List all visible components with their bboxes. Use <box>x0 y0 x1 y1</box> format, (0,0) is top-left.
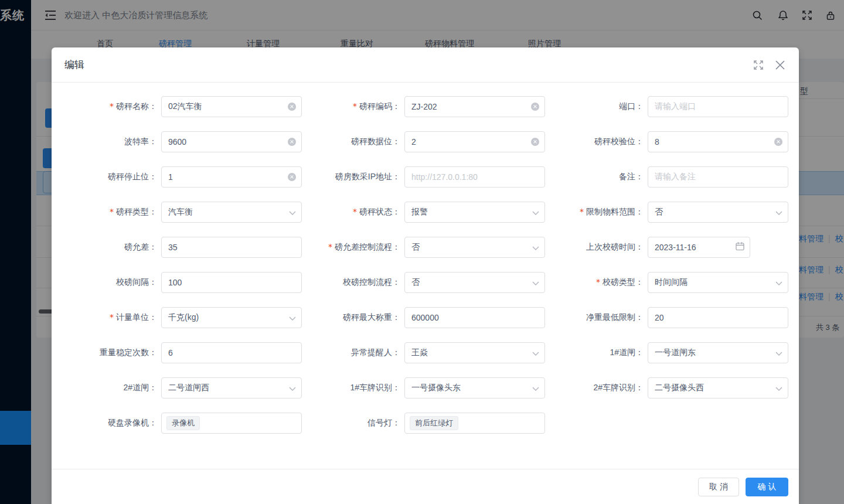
tag[interactable]: 录像机 <box>166 416 200 430</box>
form-cell: 磅秤校验位：8 <box>545 124 788 159</box>
remark-label: 备注： <box>545 172 648 182</box>
last-check-date-date-picker[interactable]: 2023-11-16 <box>648 237 750 258</box>
required-asterisk: * <box>353 101 357 111</box>
chevron-down-icon <box>775 277 782 288</box>
chevron-down-icon <box>289 383 296 393</box>
form-cell: 波特率：9600 <box>59 124 302 159</box>
close-icon[interactable] <box>774 59 786 71</box>
clear-icon[interactable] <box>774 138 782 146</box>
field-value: 否 <box>655 207 663 217</box>
modal-fullscreen-icon[interactable] <box>753 60 764 70</box>
tolerance-label: 磅允差： <box>59 242 161 253</box>
form-cell: 备注：请输入备注 <box>545 159 788 195</box>
form-cell: 上次校磅时间：2023-11-16 <box>545 230 788 265</box>
chevron-down-icon <box>532 207 539 217</box>
form-cell: 异常提醒人：王焱 <box>302 335 545 370</box>
chevron-down-icon <box>775 207 782 217</box>
field-value: 02汽车衡 <box>168 101 202 112</box>
scale-type-select[interactable]: 汽车衡 <box>161 202 302 223</box>
tolerance-flow-label: *磅允差控制流程： <box>302 242 404 253</box>
field-value: 20 <box>655 313 664 322</box>
signal-light-label: 信号灯： <box>302 418 404 428</box>
gate-2-select[interactable]: 二号道闸西 <box>161 377 302 399</box>
chevron-down-icon <box>775 383 782 393</box>
field-value: 时间间隔 <box>655 277 688 288</box>
form-cell: 校磅间隔：100 <box>59 265 302 300</box>
alert-person-select[interactable]: 王焱 <box>404 342 545 363</box>
clear-icon[interactable] <box>288 173 296 181</box>
clear-icon[interactable] <box>288 103 296 111</box>
data-bits-input[interactable]: 2 <box>404 131 545 152</box>
scale-status-label: *磅秤状态： <box>302 207 404 217</box>
chevron-down-icon <box>532 383 539 393</box>
tolerance-flow-select[interactable]: 否 <box>404 237 545 258</box>
form-cell: 磅秤数据位：2 <box>302 124 545 159</box>
modal-body: *磅秤名称：02汽车衡*磅秤编码：ZJ-202端口：请输入端口波特率：9600磅… <box>52 83 799 469</box>
field-value: 千克(kg) <box>168 312 199 323</box>
unit-select[interactable]: 千克(kg) <box>161 307 302 328</box>
stop-bits-input[interactable]: 1 <box>161 166 302 188</box>
check-type-select[interactable]: 时间间隔 <box>648 272 788 293</box>
confirm-button[interactable]: 确 认 <box>746 478 788 496</box>
calendar-icon <box>736 242 744 253</box>
chevron-down-icon <box>532 242 539 253</box>
modal-title: 编辑 <box>64 58 84 71</box>
material-limit-label: *限制物料范围： <box>545 207 648 217</box>
port-input[interactable]: 请输入端口 <box>648 96 788 117</box>
scale-name-input[interactable]: 02汽车衡 <box>161 96 302 117</box>
form-cell: 磅允差：35 <box>59 230 302 265</box>
field-value: 一号摄像头东 <box>411 383 461 393</box>
baud-rate-input[interactable]: 9600 <box>161 131 302 152</box>
field-value: 2 <box>411 137 416 147</box>
clear-icon[interactable] <box>531 138 539 146</box>
field-value: 二号道闸西 <box>168 383 209 393</box>
clear-icon[interactable] <box>531 103 539 111</box>
min-net-weight-input[interactable]: 20 <box>648 307 788 328</box>
dvr-tags-input[interactable]: 录像机 <box>161 413 302 434</box>
last-check-date-label: 上次校磅时间： <box>545 242 648 253</box>
check-bits-input[interactable]: 8 <box>648 131 788 152</box>
cancel-button[interactable]: 取 消 <box>698 478 739 496</box>
max-weight-label: 磅秤最大称重： <box>302 312 404 323</box>
data-bits-label: 磅秤数据位： <box>302 137 404 147</box>
tolerance-input[interactable]: 35 <box>161 237 302 258</box>
check-interval-label: 校磅间隔： <box>59 277 161 288</box>
tag[interactable]: 前后红绿灯 <box>410 416 458 430</box>
field-value: 8 <box>655 137 659 147</box>
field-placeholder: http://127.0.0.1:80 <box>411 172 478 182</box>
clear-icon[interactable] <box>288 138 296 146</box>
gate-1-select[interactable]: 一号道闸东 <box>648 342 788 363</box>
check-flow-select[interactable]: 否 <box>404 272 545 293</box>
form-cell: 净重最低限制：20 <box>545 300 788 335</box>
plate-camera-2-select[interactable]: 二号摄像头西 <box>648 377 788 399</box>
port-label: 端口： <box>545 101 648 112</box>
check-flow-label: 校磅控制流程： <box>302 277 404 288</box>
scale-name-label: *磅秤名称： <box>59 101 161 112</box>
max-weight-input[interactable]: 600000 <box>404 307 545 328</box>
chevron-down-icon <box>775 348 782 358</box>
check-type-label: *校磅类型： <box>545 277 648 288</box>
gate-1-label: 1#道闸： <box>545 348 648 358</box>
form-cell: 端口：请输入端口 <box>545 89 788 124</box>
alert-person-label: 异常提醒人： <box>302 348 404 358</box>
form-cell: 信号灯：前后红绿灯 <box>302 406 545 441</box>
form-cell: *校磅类型：时间间隔 <box>545 265 788 300</box>
stable-times-input[interactable]: 6 <box>161 342 302 363</box>
material-limit-select[interactable]: 否 <box>648 202 788 223</box>
ip-address-input[interactable]: http://127.0.0.1:80 <box>404 166 545 188</box>
scale-status-select[interactable]: 报警 <box>404 202 545 223</box>
form-cell: *限制物料范围：否 <box>545 195 788 230</box>
scale-code-input[interactable]: ZJ-202 <box>404 96 545 117</box>
plate-camera-1-select[interactable]: 一号摄像头东 <box>404 377 545 399</box>
field-value: 100 <box>168 278 182 287</box>
remark-input[interactable]: 请输入备注 <box>648 166 788 188</box>
field-placeholder: 请输入端口 <box>655 101 696 112</box>
signal-light-tags-input[interactable]: 前后红绿灯 <box>404 413 545 434</box>
form-cell: 校磅控制流程：否 <box>302 265 545 300</box>
modal-footer: 取 消 确 认 <box>52 469 799 504</box>
chevron-down-icon <box>532 277 539 288</box>
check-interval-input[interactable]: 100 <box>161 272 302 293</box>
modal-header: 编辑 <box>52 47 799 83</box>
form-cell: 磅秤最大称重：600000 <box>302 300 545 335</box>
form-cell: 1#道闸：一号道闸东 <box>545 335 788 370</box>
